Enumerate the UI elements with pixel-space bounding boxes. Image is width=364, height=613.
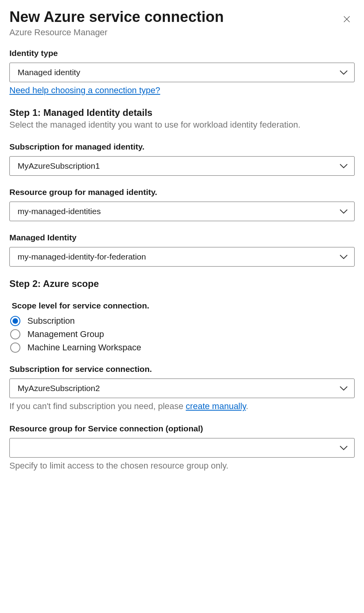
radio-unchecked-icon [10,329,20,339]
step2-subscription-value: MyAzureSubscription2 [18,384,100,393]
step1-subscription-select[interactable]: MyAzureSubscription1 [9,156,355,176]
identity-help-link[interactable]: Need help choosing a connection type? [9,85,160,96]
step1-managed-identity-label: Managed Identity [9,233,355,242]
step1-description: Select the managed identity you want to … [9,119,355,131]
identity-type-field: Identity type Managed identity Need help… [9,49,355,96]
dialog-subtitle: Azure Resource Manager [9,27,355,38]
dialog-header: New Azure service connection Azure Resou… [9,9,355,38]
scope-option-management-group[interactable]: Management Group [10,329,355,339]
scope-option-ml-workspace-label: Machine Learning Workspace [27,343,141,353]
step1-subscription-label: Subscription for managed identity. [9,142,355,151]
step1-resource-group-field: Resource group for managed identity. my-… [9,188,355,221]
scope-option-management-group-label: Management Group [27,329,104,339]
close-icon [342,19,351,25]
step2-subscription-select[interactable]: MyAzureSubscription2 [9,379,355,398]
chevron-down-icon [339,443,348,453]
chevron-down-icon [339,252,348,261]
step1-section: Step 1: Managed Identity details Select … [9,107,355,267]
step2-subscription-field: Subscription for service connection. MyA… [9,364,355,412]
chevron-down-icon [339,68,348,77]
step1-managed-identity-field: Managed Identity my-managed-identity-for… [9,233,355,267]
scope-level-label: Scope level for service connection. [12,301,355,310]
radio-unchecked-icon [10,343,20,353]
step1-resource-group-label: Resource group for managed identity. [9,188,355,197]
dialog-title: New Azure service connection [9,9,355,26]
identity-type-value: Managed identity [18,68,80,77]
chevron-down-icon [339,384,348,393]
step2-section: Step 2: Azure scope Scope level for serv… [9,278,355,471]
step2-subscription-label: Subscription for service connection. [9,364,355,374]
create-manually-link[interactable]: create manually [186,401,246,411]
step2-title: Step 2: Azure scope [9,278,355,289]
identity-type-label: Identity type [9,49,355,58]
step1-resource-group-select[interactable]: my-managed-identities [9,202,355,221]
step1-title: Step 1: Managed Identity details [9,107,355,118]
scope-level-radio-group: Subscription Management Group Machine Le… [10,316,355,353]
chevron-down-icon [339,207,348,216]
step2-subscription-help-prefix: If you can't find subscription you need,… [9,401,186,411]
step2-resource-group-select[interactable] [9,438,355,458]
step2-resource-group-field: Resource group for Service connection (o… [9,424,355,472]
step1-subscription-value: MyAzureSubscription1 [18,161,100,171]
identity-type-select[interactable]: Managed identity [9,63,355,82]
scope-option-subscription[interactable]: Subscription [10,316,355,326]
step2-subscription-help: If you can't find subscription you need,… [9,400,355,412]
close-button[interactable] [341,14,352,25]
step1-managed-identity-value: my-managed-identity-for-federation [18,252,146,261]
step2-resource-group-help: Specify to limit access to the chosen re… [9,460,355,472]
step2-resource-group-label: Resource group for Service connection (o… [9,424,355,433]
step1-resource-group-value: my-managed-identities [18,207,101,216]
scope-option-subscription-label: Subscription [27,316,75,326]
step1-managed-identity-select[interactable]: my-managed-identity-for-federation [9,247,355,267]
radio-checked-icon [10,316,20,326]
step1-subscription-field: Subscription for managed identity. MyAzu… [9,142,355,176]
chevron-down-icon [339,161,348,171]
step2-subscription-help-suffix: . [246,401,248,411]
scope-option-ml-workspace[interactable]: Machine Learning Workspace [10,343,355,353]
